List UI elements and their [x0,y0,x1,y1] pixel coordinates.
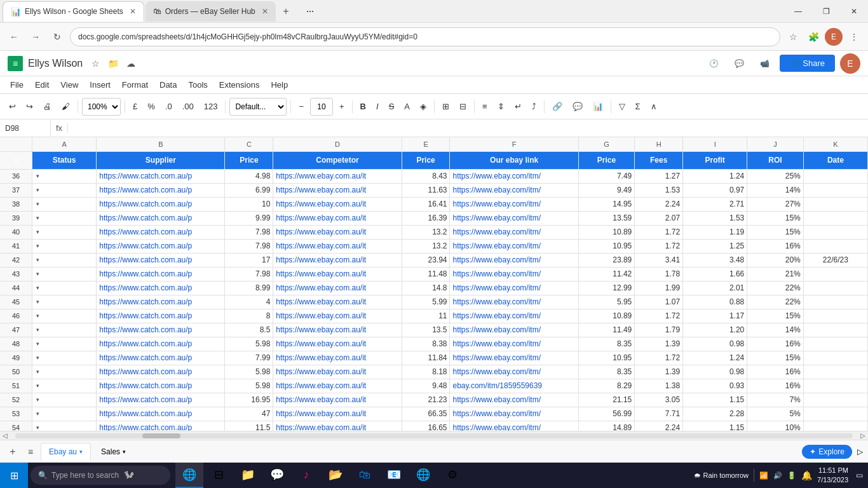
cell-date-53[interactable] [803,407,867,421]
cell-price-c-49[interactable]: 7.99 [225,351,273,365]
close-button[interactable]: ✕ [840,0,868,23]
cell-status-39[interactable]: ▾ [32,211,97,225]
cell-fees-48[interactable]: 1.39 [635,337,683,351]
wrap-button[interactable]: ↵ [511,98,526,116]
cell-ebay-link-36[interactable]: https://www.ebay.com/itm/ [450,169,578,183]
cell-competitor-47[interactable]: https://www.ebay.com.au/it [273,323,402,337]
cell-roi-40[interactable]: 15% [747,225,804,239]
cell-status-40[interactable]: ▾ [32,225,97,239]
table-row[interactable]: 44▾https://www.catch.com.au/p8.99https:/… [0,281,868,295]
cell-competitor-38[interactable]: https://www.ebay.com.au/it [273,197,402,211]
row-num-39[interactable]: 39 [0,211,32,225]
row-num-43[interactable]: 43 [0,267,32,281]
cell-roi-43[interactable]: 21% [747,267,804,281]
refresh-button[interactable]: ↻ [48,28,66,46]
redo-button[interactable]: ↪ [22,98,37,116]
cell-fees-50[interactable]: 1.39 [635,365,683,379]
cell-fees-38[interactable]: 2.24 [635,197,683,211]
cell-competitor-50[interactable]: https://www.ebay.com.au/it [273,365,402,379]
taskbar-chrome[interactable]: 🌐 [175,463,203,488]
cell-price-e-47[interactable]: 13.5 [402,323,450,337]
col-header-C[interactable]: C [225,137,273,151]
link-button[interactable]: 🔗 [548,98,566,116]
cell-profit-43[interactable]: 1.66 [683,267,747,281]
cell-competitor-43[interactable]: https://www.ebay.com.au/it [273,267,402,281]
table-row[interactable]: 54▾https://www.catch.com.au/p11.5https:/… [0,421,868,431]
cell-ebay-link-46[interactable]: https://www.ebay.com/itm/ [450,309,578,323]
cell-supplier-36[interactable]: https://www.catch.com.au/p [97,169,225,183]
table-row[interactable]: 37▾https://www.catch.com.au/p6.99https:/… [0,183,868,197]
merge-button[interactable]: ⊟ [456,98,470,116]
cell-profit-46[interactable]: 1.17 [683,309,747,323]
table-row[interactable]: 43▾https://www.catch.com.au/p7.98https:/… [0,267,868,281]
cell-supplier-37[interactable]: https://www.catch.com.au/p [97,183,225,197]
sheet-nav-right[interactable]: ▷ [857,447,863,456]
menu-edit[interactable]: Edit [30,78,54,92]
cell-competitor-52[interactable]: https://www.ebay.com.au/it [273,393,402,407]
cell-supplier-46[interactable]: https://www.catch.com.au/p [97,309,225,323]
cell-price-e-52[interactable]: 21.23 [402,393,450,407]
table-row[interactable]: 53▾https://www.catch.com.au/p47https://w… [0,407,868,421]
cell-roi-52[interactable]: 7% [747,393,804,407]
borders-button[interactable]: ⊞ [438,98,453,116]
extensions-button[interactable]: 🧩 [804,28,822,46]
cell-fees-47[interactable]: 1.79 [635,323,683,337]
cell-date-51[interactable] [803,379,867,393]
table-row[interactable]: 47▾https://www.catch.com.au/p8.5https://… [0,323,868,337]
cell-status-41[interactable]: ▾ [32,239,97,253]
cell-price-c-38[interactable]: 10 [225,197,273,211]
decrease-decimal-button[interactable]: .0 [161,98,176,116]
notification-icon[interactable]: 🔔 [801,470,812,480]
cell-supplier-43[interactable]: https://www.catch.com.au/p [97,267,225,281]
fill-color-button[interactable]: ◈ [416,98,430,116]
cell-roi-51[interactable]: 16% [747,379,804,393]
cell-price-g-38[interactable]: 14.95 [578,197,635,211]
taskbar-file-explorer[interactable]: 📁 [234,463,262,488]
table-row[interactable]: 40▾https://www.catch.com.au/p7.98https:/… [0,225,868,239]
cell-ebay-link-44[interactable]: https://www.ebay.com/itm/ [450,281,578,295]
cell-profit-36[interactable]: 1.24 [683,169,747,183]
cell-ebay-link-51[interactable]: ebay.com/itm/1859559639 [450,379,578,393]
taskbar-tiktok[interactable]: ♪ [292,463,320,488]
cell-price-c-46[interactable]: 8 [225,309,273,323]
tab-close-sheets[interactable]: ✕ [130,7,136,16]
cell-profit-42[interactable]: 3.48 [683,253,747,267]
cell-status-37[interactable]: ▾ [32,183,97,197]
cell-supplier-49[interactable]: https://www.catch.com.au/p [97,351,225,365]
font-size-input[interactable] [310,98,333,116]
col-header-K[interactable]: K [803,137,867,151]
cell-status-52[interactable]: ▾ [32,393,97,407]
cell-price-g-44[interactable]: 12.99 [578,281,635,295]
cell-fees-53[interactable]: 7.71 [635,407,683,421]
cell-status-45[interactable]: ▾ [32,295,97,309]
percent-button[interactable]: % [144,98,159,116]
functions-button[interactable]: Σ [632,98,644,116]
cell-ebay-link-54[interactable]: https://www.ebay.com/itm/ [450,421,578,431]
cell-price-c-45[interactable]: 4 [225,295,273,309]
cell-price-c-50[interactable]: 5.98 [225,365,273,379]
col-header-B[interactable]: B [97,137,225,151]
table-row[interactable]: 50▾https://www.catch.com.au/p5.98https:/… [0,365,868,379]
minimize-button[interactable]: — [784,0,812,23]
row-num-36[interactable]: 36 [0,169,32,183]
row-num-48[interactable]: 48 [0,337,32,351]
cell-supplier-52[interactable]: https://www.catch.com.au/p [97,393,225,407]
cell-status-42[interactable]: ▾ [32,253,97,267]
cell-price-g-41[interactable]: 10.95 [578,239,635,253]
taskbar-search[interactable]: 🔍 Type here to search 🐿 [31,466,170,485]
header-supplier[interactable]: Supplier [97,151,225,169]
table-row[interactable]: 45▾https://www.catch.com.au/p4https://ww… [0,295,868,309]
cell-status-44[interactable]: ▾ [32,281,97,295]
cell-competitor-48[interactable]: https://www.ebay.com.au/it [273,337,402,351]
taskbar-time[interactable]: 11:51 PM 7/13/2023 [817,466,848,485]
cell-price-g-37[interactable]: 9.49 [578,183,635,197]
cell-competitor-40[interactable]: https://www.ebay.com.au/it [273,225,402,239]
cell-fees-45[interactable]: 1.07 [635,295,683,309]
cell-fees-52[interactable]: 3.05 [635,393,683,407]
currency-button[interactable]: £ [129,98,141,116]
volume-icon[interactable]: 🔊 [773,471,782,480]
cell-price-g-50[interactable]: 8.35 [578,365,635,379]
taskbar-task-view[interactable]: ⊟ [205,463,233,488]
maximize-button[interactable]: ❐ [812,0,840,23]
header-competitor[interactable]: Competetor [273,151,402,169]
